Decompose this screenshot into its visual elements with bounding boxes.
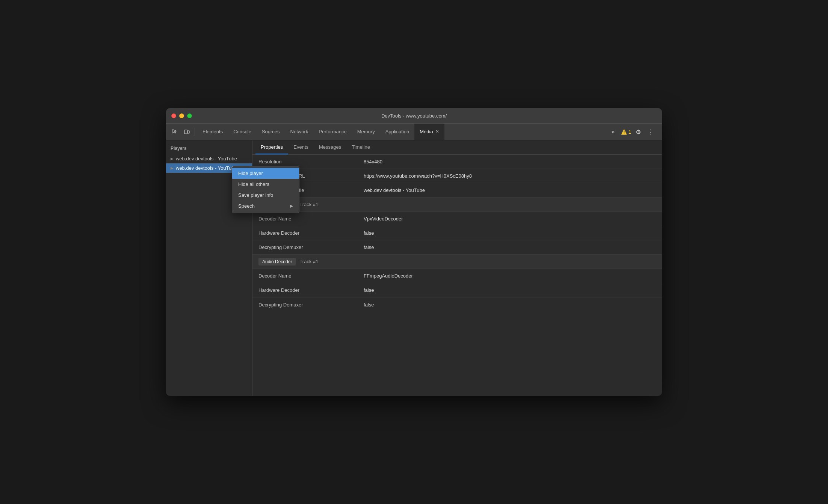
video-decoder-track: Track #1 <box>299 202 318 207</box>
tab-network[interactable]: Network <box>285 124 314 140</box>
audio-hardware-decoder-row: Hardware Decoder false <box>252 283 662 297</box>
inspect-icon-button[interactable] <box>169 126 180 137</box>
sub-tab-timeline[interactable]: Timeline <box>346 140 375 154</box>
warning-badge: ⚠️ 1 <box>621 129 631 135</box>
audio-decrypting-val: false <box>364 302 656 308</box>
prop-row-resolution: Resolution 854x480 <box>252 155 662 169</box>
context-menu-hide-player[interactable]: Hide player <box>232 168 299 179</box>
minimize-button[interactable] <box>179 113 184 118</box>
context-menu: Hide player Hide all others Save player … <box>232 166 299 213</box>
video-decoder-header: Video Decoder Track #1 <box>252 198 662 212</box>
audio-decrypting-row: Decrypting Demuxer false <box>252 297 662 312</box>
video-decoder-name-row: Decoder Name VpxVideoDecoder <box>252 212 662 226</box>
video-decrypting-val: false <box>364 244 656 250</box>
close-button[interactable] <box>171 113 176 118</box>
player-item-1[interactable]: ▶ web.dev devtools - YouTube <box>166 154 252 163</box>
sub-tabs: Properties Events Messages Timeline <box>252 140 662 155</box>
prop-val-playback-title: web.dev devtools - YouTube <box>364 187 656 193</box>
audio-decoder-name-key: Decoder Name <box>258 273 364 279</box>
content-panel: Properties Events Messages Timeline Reso… <box>252 140 662 396</box>
devtools-window: DevTools - www.youtube.com/ Elements Con… <box>166 108 662 396</box>
inspect-icon <box>172 129 178 135</box>
audio-decoder-name-val: FFmpegAudioDecoder <box>364 273 656 279</box>
traffic-lights <box>171 113 192 118</box>
properties-table: Resolution 854x480 Playback Frame URL ht… <box>252 155 662 396</box>
sidebar: Players ▶ web.dev devtools - YouTube ▶ w… <box>166 140 252 396</box>
warning-count: 1 <box>629 129 631 135</box>
sub-tab-events[interactable]: Events <box>288 140 314 154</box>
audio-hardware-decoder-val: false <box>364 287 656 293</box>
audio-decoder-header: Audio Decoder Track #1 <box>252 255 662 269</box>
context-menu-save-player-info[interactable]: Save player info <box>232 190 299 201</box>
players-label: Players <box>166 144 252 154</box>
tab-media-close[interactable]: ✕ <box>435 129 439 134</box>
context-menu-speech-arrow: ▶ <box>290 204 293 208</box>
video-decrypting-key: Decrypting Demuxer <box>258 244 364 250</box>
device-icon <box>184 129 190 135</box>
video-decrypting-row: Decrypting Demuxer false <box>252 240 662 255</box>
svg-rect-0 <box>184 130 187 134</box>
audio-hardware-decoder-key: Hardware Decoder <box>258 287 364 293</box>
prop-row-playback-title: Playback Frame Title web.dev devtools - … <box>252 183 662 198</box>
tab-console[interactable]: Console <box>228 124 257 140</box>
tab-bar: Elements Console Sources Network Perform… <box>197 124 607 140</box>
prop-row-playback-url: Playback Frame URL https://www.youtube.c… <box>252 169 662 183</box>
more-tabs-button[interactable]: » <box>607 126 619 137</box>
audio-decoder-badge: Audio Decoder <box>258 258 296 266</box>
video-decoder-name-val: VpxVideoDecoder <box>364 216 656 222</box>
more-options-button[interactable]: ⋮ <box>645 127 656 137</box>
device-icon-button[interactable] <box>181 126 192 137</box>
tab-elements[interactable]: Elements <box>197 124 228 140</box>
sub-tab-properties[interactable]: Properties <box>255 140 288 154</box>
main-toolbar: Elements Console Sources Network Perform… <box>166 123 662 140</box>
prop-key-resolution: Resolution <box>258 159 364 164</box>
player-arrow-1: ▶ <box>171 157 174 161</box>
tab-media[interactable]: Media ✕ <box>414 124 444 140</box>
main-content: Players ▶ web.dev devtools - YouTube ▶ w… <box>166 140 662 396</box>
settings-button[interactable]: ⚙ <box>633 127 643 137</box>
video-hardware-decoder-val: false <box>364 230 656 236</box>
context-menu-speech[interactable]: Speech ▶ <box>232 201 299 211</box>
warning-icon: ⚠️ <box>621 129 627 135</box>
video-hardware-decoder-row: Hardware Decoder false <box>252 226 662 240</box>
sub-tab-messages[interactable]: Messages <box>314 140 346 154</box>
svg-rect-1 <box>188 131 189 133</box>
tab-performance[interactable]: Performance <box>313 124 352 140</box>
tab-sources[interactable]: Sources <box>257 124 285 140</box>
toolbar-right: » ⚠️ 1 ⚙ ⋮ <box>607 126 659 137</box>
prop-val-playback-url: https://www.youtube.com/watch?v=H0XScE08… <box>364 173 656 179</box>
player-arrow-2: ▶ <box>171 166 174 170</box>
video-decoder-name-key: Decoder Name <box>258 216 364 222</box>
audio-decoder-name-row: Decoder Name FFmpegAudioDecoder <box>252 269 662 283</box>
window-title: DevTools - www.youtube.com/ <box>381 113 447 119</box>
video-hardware-decoder-key: Hardware Decoder <box>258 230 364 236</box>
player-name-1: web.dev devtools - YouTube <box>176 156 237 161</box>
tab-application[interactable]: Application <box>380 124 415 140</box>
audio-decoder-track: Track #1 <box>299 259 318 264</box>
titlebar: DevTools - www.youtube.com/ <box>166 108 662 123</box>
prop-val-resolution: 854x480 <box>364 159 656 164</box>
audio-decrypting-key: Decrypting Demuxer <box>258 302 364 308</box>
context-menu-hide-all-others[interactable]: Hide all others <box>232 179 299 190</box>
toolbar-divider <box>195 128 195 136</box>
maximize-button[interactable] <box>187 113 192 118</box>
tab-memory[interactable]: Memory <box>352 124 380 140</box>
player-name-2: web.dev devtools - YouTube <box>176 165 237 171</box>
